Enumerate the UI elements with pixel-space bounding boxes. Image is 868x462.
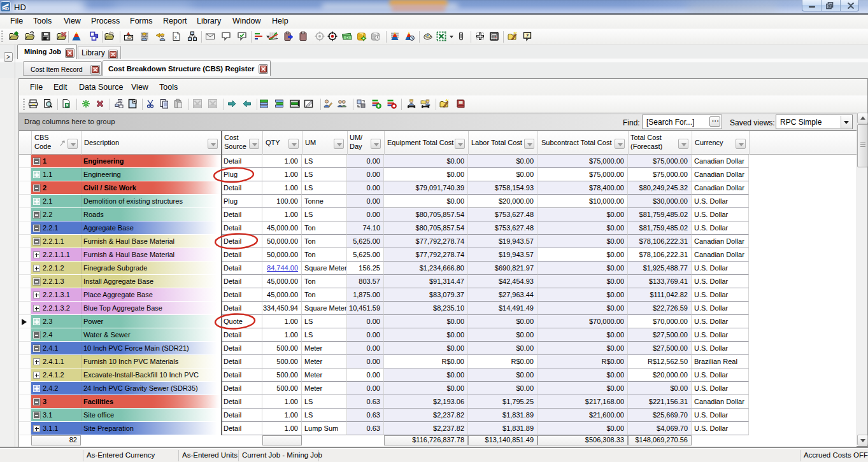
svg-text:HD: HD [2,6,9,11]
svg-text:?: ? [526,32,529,39]
svg-text:x: x [174,35,177,39]
